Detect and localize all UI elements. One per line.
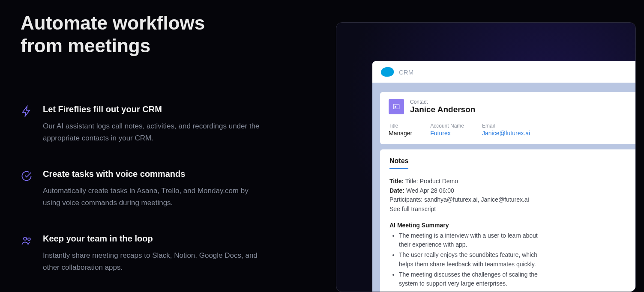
field-value: Manager <box>389 130 412 137</box>
contact-fields-row: Title Manager Account Name Futurex Email… <box>389 121 636 137</box>
feature-desc: Automatically create tasks in Asana, Tre… <box>43 185 266 209</box>
note-date-row: Date: Wed Apr 28 06:00 <box>389 186 636 196</box>
crm-body: Contact Janice Anderson Title Manager Ac… <box>372 83 636 292</box>
svg-point-0 <box>24 237 27 240</box>
svg-point-1 <box>28 238 30 240</box>
notes-card: Notes Title: Title: Product Demo Date: W… <box>380 149 636 292</box>
account-link[interactable]: Futurex <box>430 130 464 137</box>
note-date-value: Wed Apr 28 06:00 <box>406 187 454 194</box>
contact-name: Janice Anderson <box>410 105 475 114</box>
screenshot-frame: CRM Contact Janice Anderson Title Mana <box>336 22 636 292</box>
summary-list: The meeting is a interview with a user t… <box>389 231 636 289</box>
crm-app-label: CRM <box>399 69 413 76</box>
note-title-label: Title: <box>389 178 404 185</box>
crm-window: CRM Contact Janice Anderson Title Mana <box>372 61 636 292</box>
transcript-link[interactable]: See full transcript <box>389 205 636 214</box>
note-participants: Participants: sandhya@futurex.ai, Janice… <box>389 195 636 205</box>
feature-voice-tasks: Create tasks with voice commands Automat… <box>21 169 278 209</box>
summary-item: The user really enjoys the soundbites fe… <box>399 250 549 269</box>
hero-line-2: from meetings <box>21 35 150 56</box>
hero-line-1: Automate workflows <box>21 12 205 33</box>
summary-item: The meeting is a interview with a user t… <box>399 231 549 250</box>
field-label: Title <box>389 123 412 129</box>
field-label: Account Name <box>430 123 464 129</box>
marketing-left-panel: Automate workflows from meetings Let Fir… <box>21 12 278 292</box>
field-email: Email Janice@futurex.ai <box>482 123 530 137</box>
note-date-label: Date: <box>389 187 404 194</box>
field-label: Email <box>482 123 530 129</box>
people-icon <box>21 235 33 247</box>
check-circle-icon <box>21 170 33 182</box>
email-link[interactable]: Janice@futurex.ai <box>482 130 530 137</box>
salesforce-logo-icon <box>381 67 394 77</box>
hero-title: Automate workflows from meetings <box>21 12 278 57</box>
feature-team-loop: Keep your team in the loop Instantly sha… <box>21 234 278 274</box>
feature-title: Create tasks with voice commands <box>43 169 278 179</box>
contact-card: Contact Janice Anderson Title Manager Ac… <box>380 92 636 144</box>
field-account: Account Name Futurex <box>430 123 464 137</box>
feature-desc: Our AI assistant logs call notes, activi… <box>43 120 266 144</box>
summary-item: The meeting discusses the challenges of … <box>399 270 549 289</box>
feature-crm-fill: Let Fireflies fill out your CRM Our AI a… <box>21 104 278 144</box>
lightning-icon <box>21 105 33 117</box>
feature-title: Let Fireflies fill out your CRM <box>43 104 278 114</box>
note-title-row: Title: Title: Product Demo <box>389 177 636 186</box>
contact-card-icon <box>389 99 404 114</box>
feature-desc: Instantly share meeting recaps to Slack,… <box>43 250 266 274</box>
svg-point-3 <box>395 106 396 107</box>
crm-header: CRM <box>372 61 636 83</box>
feature-title: Keep your team in the loop <box>43 234 278 244</box>
contact-type-label: Contact <box>410 99 475 105</box>
summary-heading: AI Meeting Summary <box>389 222 636 229</box>
note-title-value: Title: Product Demo <box>405 178 458 185</box>
field-title: Title Manager <box>389 123 412 137</box>
notes-tab[interactable]: Notes <box>389 157 408 169</box>
